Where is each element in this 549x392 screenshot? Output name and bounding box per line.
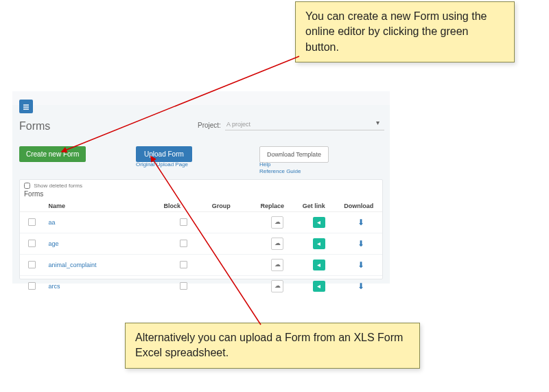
get-link-button[interactable]: ◂ — [313, 281, 325, 292]
col-download: Download — [340, 200, 382, 212]
table-header-row: Name Block Group Replace Get link Downlo… — [20, 200, 382, 212]
callout-text: You can create a new Form using the onli… — [305, 10, 487, 53]
block-checkbox[interactable] — [180, 261, 187, 268]
forms-heading: Forms — [24, 190, 43, 198]
forms-table: Name Block Group Replace Get link Downlo… — [20, 200, 382, 297]
replace-button[interactable]: ☁ — [271, 259, 283, 271]
row-checkbox[interactable] — [28, 218, 36, 226]
create-new-form-button[interactable]: Create new Form — [19, 146, 86, 162]
replace-button[interactable]: ☁ — [271, 280, 283, 292]
help-link[interactable]: Help — [259, 161, 270, 168]
table-row: age ☁ ◂ ⬇ — [20, 233, 382, 255]
get-link-button[interactable]: ◂ — [313, 260, 325, 270]
share-icon: ◂ — [317, 218, 320, 226]
col-replace: Replace — [256, 200, 298, 212]
upload-icon: ☁ — [274, 240, 281, 246]
show-deleted-checkbox[interactable] — [24, 183, 30, 189]
project-dropdown-icon[interactable]: ▾ — [376, 119, 379, 126]
col-block: Block — [159, 200, 207, 212]
share-icon: ◂ — [317, 261, 320, 268]
download-button[interactable]: ⬇ — [358, 239, 364, 249]
callout-text: Alternatively you can upload a Form from… — [135, 332, 403, 358]
screenshot-topbar — [12, 91, 390, 105]
col-get-link: Get link — [299, 200, 340, 212]
page-title: Forms — [19, 120, 50, 132]
download-template-button[interactable]: Download Template — [259, 146, 329, 163]
block-checkbox[interactable] — [180, 240, 187, 247]
row-checkbox[interactable] — [28, 282, 36, 290]
col-name: Name — [44, 200, 159, 212]
show-deleted-checkbox-label[interactable]: Show deleted forms — [24, 183, 82, 189]
upload-icon: ☁ — [274, 218, 281, 225]
menu-button[interactable] — [19, 100, 33, 113]
download-button[interactable]: ⬇ — [358, 281, 364, 291]
get-link-button[interactable]: ◂ — [313, 217, 325, 228]
upload-icon: ☁ — [274, 261, 281, 268]
forms-list-panel: Show deleted forms Forms Name Block Grou… — [19, 179, 383, 279]
replace-button[interactable]: ☁ — [271, 216, 283, 229]
form-name-link[interactable]: animal_complaint — [48, 262, 96, 268]
show-deleted-text: Show deleted forms — [34, 183, 82, 189]
col-group: Group — [208, 200, 257, 212]
share-icon: ◂ — [317, 282, 320, 290]
download-button[interactable]: ⬇ — [358, 218, 364, 227]
table-row: arcs ☁ ◂ ⬇ — [20, 276, 382, 297]
share-icon: ◂ — [317, 240, 320, 247]
block-checkbox[interactable] — [180, 282, 187, 290]
upload-icon: ☁ — [274, 282, 281, 289]
row-checkbox[interactable] — [28, 261, 36, 268]
row-checkbox[interactable] — [28, 240, 36, 247]
replace-button[interactable]: ☁ — [271, 238, 283, 250]
callout-create-form: You can create a new Form using the onli… — [295, 1, 515, 62]
block-checkbox[interactable] — [180, 218, 187, 226]
form-name-link[interactable]: aa — [48, 219, 55, 226]
original-upload-link[interactable]: Original Upload Page — [136, 161, 188, 168]
table-row: animal_complaint ☁ ◂ ⬇ — [20, 255, 382, 276]
callout-upload-form: Alternatively you can upload a Form from… — [125, 323, 420, 369]
get-link-button[interactable]: ◂ — [313, 238, 325, 249]
table-row: aa ☁ ◂ ⬇ — [20, 212, 382, 233]
download-button[interactable]: ⬇ — [358, 260, 364, 270]
reference-guide-link[interactable]: Reference Guide — [259, 168, 301, 174]
form-name-link[interactable]: arcs — [48, 283, 60, 290]
project-select[interactable] — [225, 119, 384, 130]
screenshot-panel: Forms Project: ▾ Create new Form Upload … — [12, 91, 390, 284]
project-label: Project: — [198, 122, 221, 129]
menu-icon — [23, 103, 30, 110]
form-name-link[interactable]: age — [48, 240, 58, 247]
upload-form-button[interactable]: Upload Form — [136, 146, 192, 162]
